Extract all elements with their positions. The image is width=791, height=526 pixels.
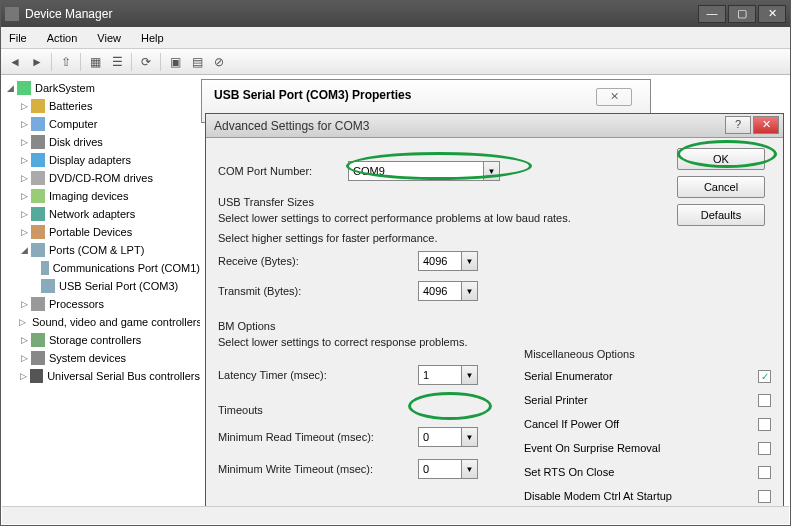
tree-item[interactable]: Portable Devices bbox=[49, 226, 132, 238]
min-read-label: Minimum Read Timeout (msec): bbox=[218, 431, 418, 443]
ok-button[interactable]: OK bbox=[677, 148, 765, 170]
expand-icon[interactable]: ▷ bbox=[19, 155, 29, 165]
serial-enum-checkbox[interactable]: ✓ bbox=[758, 370, 771, 383]
tree-item[interactable]: Communications Port (COM1) bbox=[53, 262, 200, 274]
menu-view[interactable]: View bbox=[93, 30, 125, 46]
min-read-combo[interactable]: 0 ▼ bbox=[418, 427, 478, 447]
battery-icon bbox=[31, 99, 45, 113]
ports-icon bbox=[31, 243, 45, 257]
event-surprise-label: Event On Surprise Removal bbox=[524, 442, 660, 454]
receive-combo[interactable]: 4096 ▼ bbox=[418, 251, 478, 271]
expand-icon[interactable]: ▷ bbox=[19, 353, 29, 363]
device-manager-window: Device Manager — ▢ ✕ File Action View He… bbox=[0, 0, 791, 526]
window-title: Device Manager bbox=[25, 7, 696, 21]
help-button[interactable]: ? bbox=[725, 116, 751, 134]
port-icon bbox=[41, 279, 55, 293]
close-button[interactable]: ✕ bbox=[758, 5, 786, 23]
expand-icon[interactable]: ▷ bbox=[19, 101, 29, 111]
maximize-button[interactable]: ▢ bbox=[728, 5, 756, 23]
com-port-value: COM9 bbox=[353, 165, 385, 177]
update-driver-icon[interactable]: ▣ bbox=[165, 52, 185, 72]
tree-item[interactable]: Universal Serial Bus controllers bbox=[47, 370, 200, 382]
disable-icon[interactable]: ⊘ bbox=[209, 52, 229, 72]
tree-item[interactable]: Computer bbox=[49, 118, 97, 130]
tree-item[interactable]: Disk drives bbox=[49, 136, 103, 148]
storage-icon bbox=[31, 333, 45, 347]
collapse-icon[interactable]: ◢ bbox=[5, 83, 15, 93]
expand-icon[interactable]: ▷ bbox=[19, 299, 29, 309]
bm-section-label: BM Options bbox=[218, 320, 771, 332]
dialog-close-button[interactable]: ✕ bbox=[753, 116, 779, 134]
menubar: File Action View Help bbox=[1, 27, 790, 49]
expand-icon[interactable]: ▷ bbox=[19, 227, 29, 237]
uninstall-icon[interactable]: ▤ bbox=[187, 52, 207, 72]
imaging-icon bbox=[31, 189, 45, 203]
dvd-icon bbox=[31, 171, 45, 185]
cpu-icon bbox=[31, 297, 45, 311]
tree-item[interactable]: Imaging devices bbox=[49, 190, 129, 202]
expand-icon[interactable]: ▷ bbox=[19, 371, 28, 381]
statusbar bbox=[2, 506, 789, 524]
defaults-button[interactable]: Defaults bbox=[677, 204, 765, 226]
min-write-combo[interactable]: 0 ▼ bbox=[418, 459, 478, 479]
menu-help[interactable]: Help bbox=[137, 30, 168, 46]
latency-value: 1 bbox=[423, 369, 429, 381]
min-write-label: Minimum Write Timeout (msec): bbox=[218, 463, 418, 475]
properties-close-button[interactable]: ⨯ bbox=[596, 88, 632, 106]
expand-icon[interactable]: ▷ bbox=[19, 209, 29, 219]
serial-printer-checkbox[interactable] bbox=[758, 394, 771, 407]
transmit-value: 4096 bbox=[423, 285, 447, 297]
tree-item[interactable]: Network adapters bbox=[49, 208, 135, 220]
tree-item[interactable]: DVD/CD-ROM drives bbox=[49, 172, 153, 184]
tree-item[interactable]: USB Serial Port (COM3) bbox=[59, 280, 178, 292]
app-icon bbox=[5, 7, 19, 21]
chevron-down-icon: ▼ bbox=[483, 162, 499, 180]
chevron-down-icon: ▼ bbox=[461, 282, 477, 300]
tree-item[interactable]: Display adapters bbox=[49, 154, 131, 166]
tree-item[interactable]: System devices bbox=[49, 352, 126, 364]
cancel-button[interactable]: Cancel bbox=[677, 176, 765, 198]
forward-icon[interactable]: ► bbox=[27, 52, 47, 72]
tree-item[interactable]: Batteries bbox=[49, 100, 92, 112]
transmit-combo[interactable]: 4096 ▼ bbox=[418, 281, 478, 301]
tree-item[interactable]: Sound, video and game controllers bbox=[32, 316, 200, 328]
latency-combo[interactable]: 1 ▼ bbox=[418, 365, 478, 385]
advanced-title: Advanced Settings for COM3 bbox=[214, 119, 369, 133]
tree-item[interactable]: Processors bbox=[49, 298, 104, 310]
up-icon[interactable]: ⇧ bbox=[56, 52, 76, 72]
expand-icon[interactable]: ▷ bbox=[19, 173, 29, 183]
disk-icon bbox=[31, 135, 45, 149]
expand-icon[interactable]: ▷ bbox=[19, 119, 29, 129]
min-write-value: 0 bbox=[423, 463, 429, 475]
expand-icon[interactable]: ▷ bbox=[19, 335, 29, 345]
event-surprise-checkbox[interactable] bbox=[758, 442, 771, 455]
device-tree[interactable]: ◢DarkSystem ▷Batteries ▷Computer ▷Disk d… bbox=[5, 79, 200, 503]
bm-hint: Select lower settings to correct respons… bbox=[218, 336, 771, 348]
tree-item[interactable]: Storage controllers bbox=[49, 334, 141, 346]
transmit-label: Transmit (Bytes): bbox=[218, 285, 418, 297]
set-rts-checkbox[interactable] bbox=[758, 466, 771, 479]
menu-file[interactable]: File bbox=[5, 30, 31, 46]
properties-icon[interactable]: ☰ bbox=[107, 52, 127, 72]
show-hidden-icon[interactable]: ▦ bbox=[85, 52, 105, 72]
display-icon bbox=[31, 153, 45, 167]
scan-icon[interactable]: ⟳ bbox=[136, 52, 156, 72]
system-icon bbox=[31, 351, 45, 365]
disable-modem-checkbox[interactable] bbox=[758, 490, 771, 503]
expand-icon[interactable]: ▷ bbox=[19, 317, 26, 327]
cancel-poweroff-checkbox[interactable] bbox=[758, 418, 771, 431]
receive-value: 4096 bbox=[423, 255, 447, 267]
back-icon[interactable]: ◄ bbox=[5, 52, 25, 72]
toolbar: ◄ ► ⇧ ▦ ☰ ⟳ ▣ ▤ ⊘ bbox=[1, 49, 790, 75]
tree-root[interactable]: DarkSystem bbox=[35, 82, 95, 94]
chevron-down-icon: ▼ bbox=[461, 252, 477, 270]
usb-icon bbox=[30, 369, 43, 383]
chevron-down-icon: ▼ bbox=[461, 460, 477, 478]
tree-item[interactable]: Ports (COM & LPT) bbox=[49, 244, 144, 256]
expand-icon[interactable]: ▷ bbox=[19, 191, 29, 201]
com-port-combo[interactable]: COM9 ▼ bbox=[348, 161, 500, 181]
collapse-icon[interactable]: ◢ bbox=[19, 245, 29, 255]
expand-icon[interactable]: ▷ bbox=[19, 137, 29, 147]
menu-action[interactable]: Action bbox=[43, 30, 82, 46]
minimize-button[interactable]: — bbox=[698, 5, 726, 23]
